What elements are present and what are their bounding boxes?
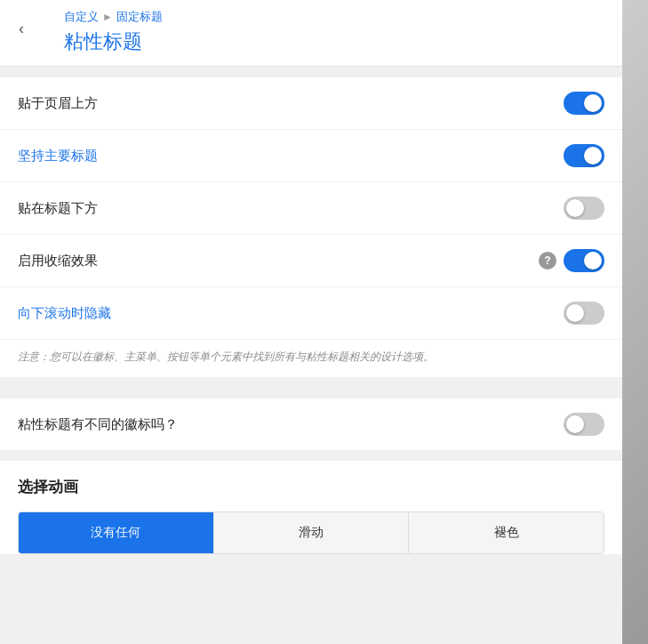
setting-label-keep-main-title: 坚持主要标题	[18, 148, 98, 165]
breadcrumb-separator: ►	[102, 11, 113, 23]
toggle-stick-top[interactable]	[564, 92, 604, 115]
setting-right-keep-main-title	[564, 144, 604, 167]
note-text: 注意：您可以在徽标、主菜单、按钮等单个元素中找到所有与粘性标题相关的设计选项。	[18, 349, 604, 365]
setting-row-enable-shrink: 启用收缩效果 ?	[0, 235, 622, 287]
settings-section: 贴于页眉上方 坚持主要标题 贴在标题下方	[0, 77, 622, 377]
help-icon-enable-shrink[interactable]: ?	[539, 252, 556, 270]
toggle-keep-main-title[interactable]	[564, 144, 604, 167]
setting-right-enable-shrink: ?	[539, 249, 604, 272]
setting-label-hide-on-scroll: 向下滚动时隐藏	[18, 305, 111, 322]
setting-label-logo: 粘性标题有不同的徽标吗？	[18, 416, 178, 433]
section-divider-2	[0, 450, 622, 461]
toggle-enable-shrink[interactable]	[564, 249, 604, 272]
setting-label-stick-top: 贴于页眉上方	[18, 95, 98, 112]
setting-right-logo	[564, 413, 604, 436]
anim-btn-fade[interactable]: 褪色	[408, 512, 604, 553]
side-image	[622, 0, 648, 644]
breadcrumb: 自定义 ► 固定标题	[64, 9, 608, 25]
setting-label-stick-below: 贴在标题下方	[18, 200, 98, 217]
breadcrumb-part1[interactable]: 自定义	[64, 9, 99, 25]
setting-right-hide-on-scroll	[564, 302, 604, 325]
animation-buttons: 没有任何 滑动 褪色	[18, 511, 604, 554]
toggle-stick-below[interactable]	[564, 197, 604, 220]
section-divider	[0, 377, 622, 388]
toggle-hide-on-scroll[interactable]	[564, 302, 604, 325]
logo-setting-section: 粘性标题有不同的徽标吗？	[0, 398, 622, 450]
setting-row-hide-on-scroll: 向下滚动时隐藏	[0, 287, 622, 340]
anim-btn-slide[interactable]: 滑动	[213, 512, 409, 553]
setting-row-logo: 粘性标题有不同的徽标吗？	[0, 398, 622, 450]
setting-right-stick-below	[564, 197, 604, 220]
animation-title: 选择动画	[18, 477, 604, 497]
animation-section: 选择动画 没有任何 滑动 褪色	[0, 461, 622, 554]
breadcrumb-part2[interactable]: 固定标题	[116, 9, 163, 25]
setting-row-stick-below: 贴在标题下方	[0, 182, 622, 235]
setting-right-stick-top	[564, 92, 604, 115]
setting-label-enable-shrink: 启用收缩效果	[18, 253, 98, 270]
note-row: 注意：您可以在徽标、主菜单、按钮等单个元素中找到所有与粘性标题相关的设计选项。	[0, 340, 622, 377]
setting-row-keep-main-title: 坚持主要标题	[0, 130, 622, 182]
setting-row-stick-top: 贴于页眉上方	[0, 77, 622, 130]
toggle-logo[interactable]	[564, 413, 604, 436]
back-button[interactable]: ‹	[7, 14, 36, 43]
page-title: 粘性标题	[64, 28, 608, 55]
anim-btn-none[interactable]: 没有任何	[19, 512, 213, 553]
